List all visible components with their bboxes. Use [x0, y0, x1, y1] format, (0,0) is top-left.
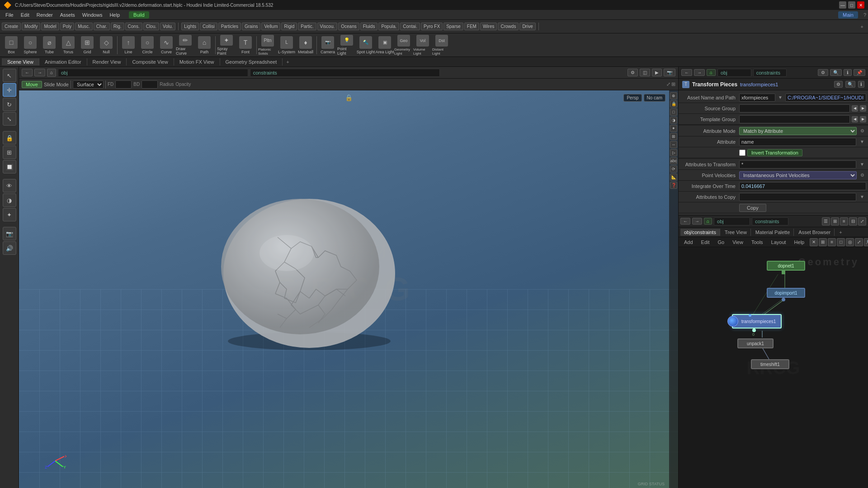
- tab-animation-editor[interactable]: Animation Editor: [39, 58, 87, 66]
- attrs-to-copy-dropdown-icon[interactable]: ▼: [858, 194, 866, 199]
- node-obj-breadcrumb[interactable]: obj: [714, 217, 750, 225]
- vp-right-btn-12[interactable]: ❓: [670, 182, 677, 189]
- tool-box[interactable]: □Box: [2, 35, 21, 56]
- transform-search-button[interactable]: 🔍: [845, 81, 855, 88]
- tool-camera[interactable]: 📷Camera: [318, 35, 337, 56]
- capture-button[interactable]: 📷: [664, 69, 675, 76]
- tool-null[interactable]: ◇Null: [97, 35, 116, 56]
- vp-right-btn-4[interactable]: ◑: [670, 117, 677, 124]
- viewport-lock-icon[interactable]: 🔒: [345, 94, 353, 101]
- shelf-tab-vellum[interactable]: Vellum: [261, 23, 280, 30]
- scale-tool-button[interactable]: ⤡: [3, 112, 16, 126]
- right-info-button[interactable]: ℹ: [844, 69, 852, 76]
- right-settings-button[interactable]: ⚙: [818, 69, 828, 76]
- asset-path-input[interactable]: [785, 94, 866, 102]
- tool-lsystem[interactable]: LL-System: [277, 35, 296, 56]
- attribute-input[interactable]: [739, 138, 856, 146]
- tool-circle[interactable]: ○Circle: [138, 35, 157, 56]
- shelf-tab-sparse[interactable]: Sparse: [443, 23, 463, 30]
- node-list-view-button[interactable]: ☰: [822, 217, 830, 225]
- tab-motion-fx[interactable]: Motion FX View: [174, 58, 220, 66]
- shelf-tab-wires[interactable]: Wires: [480, 23, 497, 30]
- nm-tools[interactable]: Tools: [748, 239, 767, 246]
- node-grid-view-button[interactable]: ⊞: [831, 217, 839, 225]
- camera-controls-button[interactable]: 📷: [3, 227, 16, 240]
- vp-right-btn-1[interactable]: ⊕: [670, 92, 677, 99]
- tab-render-view[interactable]: Render View: [87, 58, 127, 66]
- viewport-canvas[interactable]: RRCG 人人素材: [19, 90, 678, 488]
- menu-assets[interactable]: Assets: [57, 11, 79, 19]
- forward-nav-button[interactable]: →: [34, 69, 45, 76]
- right-pin-button[interactable]: 📌: [854, 69, 865, 76]
- shelf-tab-modify[interactable]: Modify: [22, 23, 40, 30]
- shelf-tab-musc[interactable]: Musc.: [75, 23, 93, 30]
- audio-button[interactable]: 🔊: [3, 241, 16, 255]
- home-button[interactable]: ⌂: [47, 69, 56, 77]
- tool-sphere[interactable]: ○Sphere: [21, 35, 40, 56]
- tool-platonic[interactable]: PltnPlatonic Solids: [258, 35, 277, 56]
- vp-right-btn-7[interactable]: ↔: [670, 141, 677, 148]
- shelf-tab-drive[interactable]: Drive: [519, 23, 535, 30]
- node-constraints-breadcrumb[interactable]: constraints: [752, 217, 788, 225]
- node-forward-button[interactable]: →: [692, 218, 702, 225]
- menu-edit[interactable]: Edit: [17, 11, 33, 19]
- vp-right-btn-5[interactable]: ✦: [670, 125, 677, 132]
- shelf-tab-lights[interactable]: Lights: [181, 23, 199, 30]
- attrs-to-copy-input[interactable]: [739, 193, 856, 201]
- right-back-button[interactable]: ←: [681, 69, 692, 76]
- shelf-tab-crowds[interactable]: Crowds: [498, 23, 519, 30]
- constraints-breadcrumb-left[interactable]: constraints: [250, 69, 440, 77]
- view-button[interactable]: 👁: [3, 179, 16, 192]
- nm-icon-1[interactable]: ✕: [810, 238, 818, 246]
- node-transformpieces1[interactable]: transformpieces1: [732, 314, 782, 328]
- nm-icon-3[interactable]: ≡: [828, 238, 836, 246]
- source-group-arrow-left[interactable]: ◀: [852, 105, 858, 112]
- shelf-tab-grains[interactable]: Grains: [242, 23, 260, 30]
- nm-icon-5[interactable]: ◎: [846, 238, 854, 246]
- tab-scene-view[interactable]: Scene View: [2, 58, 39, 66]
- shelf-tab-poly[interactable]: Poly: [60, 23, 74, 30]
- lock-button[interactable]: 🔒: [3, 131, 16, 145]
- tool-tube[interactable]: ⌀Tube: [40, 35, 59, 56]
- nm-add[interactable]: Add: [680, 239, 697, 246]
- attribute-dropdown-icon[interactable]: ▼: [858, 139, 866, 144]
- shelf-tab-fem[interactable]: FEM: [464, 23, 479, 30]
- rotate-tool-button[interactable]: ↻: [3, 98, 16, 111]
- vp-right-btn-3[interactable]: □: [670, 108, 677, 116]
- vp-right-btn-9[interactable]: abc: [670, 157, 677, 164]
- shelf-tab-rig[interactable]: Rig.: [111, 23, 124, 30]
- right-home-button[interactable]: ⌂: [707, 69, 716, 76]
- tool-torus[interactable]: △Torus: [59, 35, 78, 56]
- nm-icon-6[interactable]: ⤢: [855, 238, 863, 246]
- nm-layout[interactable]: Layout: [768, 239, 790, 246]
- move-tool-button[interactable]: ✛: [3, 83, 16, 97]
- minimize-button[interactable]: —: [839, 1, 846, 9]
- right-obj-breadcrumb[interactable]: obj: [717, 69, 751, 77]
- node-dopnet1[interactable]: dopnet1: [767, 261, 805, 271]
- shelf-tab-fluids[interactable]: Fluids: [360, 23, 378, 30]
- integrate-input[interactable]: [739, 182, 866, 190]
- expand-icon[interactable]: ⤢: [666, 81, 670, 87]
- vp-right-btn-10[interactable]: ⟳: [670, 165, 677, 173]
- node-tab-add[interactable]: +: [835, 229, 845, 236]
- node-expand-button[interactable]: ⤢: [858, 217, 866, 225]
- render-preview-button[interactable]: ▶: [652, 69, 662, 76]
- tab-asset-browser[interactable]: Asset Browser: [795, 229, 835, 236]
- fd-input[interactable]: [115, 80, 132, 89]
- main-workspace-button[interactable]: Main: [838, 11, 858, 19]
- right-forward-button[interactable]: →: [694, 69, 705, 76]
- attrs-to-transform-input[interactable]: [739, 160, 856, 169]
- shelf-tab-popula[interactable]: Popula.: [378, 23, 399, 30]
- shelf-tab-collisi[interactable]: Collisi: [200, 23, 217, 30]
- menu-windows[interactable]: Windows: [79, 11, 106, 19]
- move-mode-button[interactable]: Move: [22, 81, 42, 88]
- shelf-tab-partic[interactable]: Partic.: [298, 23, 316, 30]
- tool-spray[interactable]: ✦Spray Paint: [217, 35, 236, 56]
- menu-render[interactable]: Render: [33, 11, 57, 19]
- tool-draw-curve[interactable]: ✏Draw Curve: [176, 35, 195, 56]
- menu-help[interactable]: Help: [106, 11, 123, 19]
- tool-curve[interactable]: ∿Curve: [157, 35, 176, 56]
- source-group-input[interactable]: [739, 104, 850, 113]
- shelf-add-icon[interactable]: +: [858, 24, 866, 29]
- right-constraints-breadcrumb[interactable]: constraints: [753, 69, 787, 77]
